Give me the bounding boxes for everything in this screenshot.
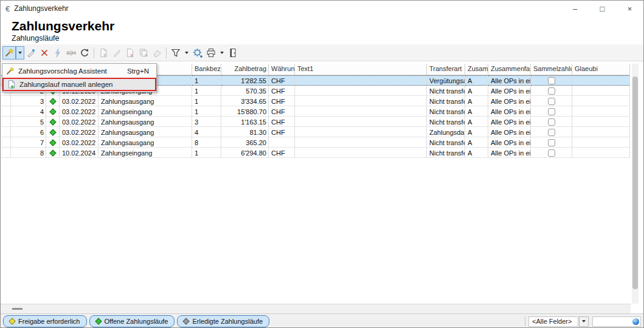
print-dropdown-button[interactable] bbox=[218, 46, 226, 60]
edit-button[interactable] bbox=[24, 46, 38, 60]
titlebar: € Zahlungsverkehr – □ × bbox=[1, 1, 643, 16]
cell-zahlbetrag: 1'163.15 bbox=[221, 117, 269, 127]
magic-wand-icon bbox=[4, 47, 15, 58]
cell-zusammenfassung: Alle OPs in einer Zah bbox=[488, 75, 531, 86]
toolbar: S|H bbox=[1, 44, 643, 61]
menu-item-zahlungsvorschlag-assistent[interactable]: Zahlungsvorschlag Assistent Strg+N bbox=[2, 64, 156, 78]
cell-glaeubi bbox=[572, 137, 630, 148]
column-header-zusammenfa[interactable]: Zusammenfa bbox=[465, 64, 488, 75]
column-header-bankbezug[interactable]: Bankbezug bbox=[192, 64, 221, 75]
table-row[interactable]: 703.02.2022Zahlungsausgang8365.20Nicht t… bbox=[1, 137, 630, 148]
cell-zusammenfa: A bbox=[465, 137, 488, 148]
sammelzahlung-checkbox[interactable] bbox=[548, 129, 555, 136]
settings-button[interactable] bbox=[191, 46, 204, 60]
cell-status bbox=[46, 127, 60, 137]
cell-text1 bbox=[295, 106, 427, 117]
minimize-button[interactable]: – bbox=[561, 1, 589, 16]
cell-zusammenfa: A bbox=[465, 86, 488, 96]
cell-art: Zahlungsausgang bbox=[99, 96, 192, 106]
field-selector-combobox[interactable]: <Alle Felder> bbox=[528, 316, 578, 327]
exit-button[interactable] bbox=[226, 46, 240, 60]
table-row[interactable]: 810.02.2024Zahlungseingang16'294.80CHFNi… bbox=[1, 148, 630, 158]
vertical-scrollbar[interactable] bbox=[632, 64, 639, 304]
menu-item-zahlungslauf-manuell-anlegen[interactable]: Zahlungslauf manuell anlegen bbox=[2, 78, 156, 91]
table-row[interactable]: 303.02.2022Zahlungsausgang13'334.65CHFNi… bbox=[1, 96, 630, 106]
cell-bankbezug: 1 bbox=[192, 148, 221, 158]
sammelzahlung-checkbox[interactable] bbox=[548, 87, 555, 95]
status-diamond-icon bbox=[49, 139, 56, 146]
column-header-sammelzahlung[interactable]: SammelzahlungMuss bbox=[531, 64, 572, 75]
print-button[interactable] bbox=[204, 46, 218, 60]
status-diamond-icon bbox=[49, 129, 56, 135]
column-header-zahlbetrag[interactable]: Zahlbetrag bbox=[221, 64, 269, 75]
cell-art: Zahlungsausgang bbox=[99, 127, 192, 137]
cell-zahlbetrag: 570.35 bbox=[221, 86, 269, 96]
cell-datum: 03.02.2022 bbox=[60, 106, 99, 117]
cell-zahlbetrag: 15'880.70 bbox=[221, 106, 269, 117]
cell-waehrung: CHF bbox=[269, 75, 295, 86]
vertical-scrollbar-thumb[interactable] bbox=[632, 77, 638, 289]
column-header-zusammenfassung[interactable]: Zusammenfassung bbox=[488, 64, 531, 75]
horizontal-scrollbar[interactable] bbox=[1, 304, 631, 313]
cell-glaeubi bbox=[572, 148, 630, 158]
magic-wand-dropdown-button[interactable] bbox=[16, 46, 24, 60]
cell-sel bbox=[1, 148, 11, 158]
column-header-transferart[interactable]: Transferart bbox=[427, 64, 465, 75]
cell-zahlbetrag: 3'334.65 bbox=[221, 96, 269, 106]
sammelzahlung-checkbox[interactable] bbox=[548, 149, 555, 157]
cell-datum: 03.02.2022 bbox=[60, 137, 99, 148]
refresh-button[interactable] bbox=[78, 46, 91, 60]
table-row[interactable]: 603.02.2022Zahlungsausgang481.30CHFZahlu… bbox=[1, 127, 630, 137]
edit-document-button bbox=[110, 46, 123, 60]
column-header-glaeubi[interactable]: Glaeubi bbox=[572, 64, 630, 75]
quick-search-input[interactable] bbox=[593, 317, 632, 326]
status-diamond-icon bbox=[49, 108, 56, 115]
edit-document-icon bbox=[111, 47, 122, 58]
exit-door-icon bbox=[227, 47, 238, 58]
yellow-diamond-icon bbox=[9, 318, 15, 324]
new-document-icon bbox=[4, 80, 19, 89]
close-button[interactable]: × bbox=[616, 1, 643, 16]
sammelzahlung-checkbox[interactable] bbox=[548, 77, 555, 84]
horizontal-scrollbar-thumb[interactable] bbox=[12, 308, 23, 310]
column-header-waehrung[interactable]: Währung bbox=[269, 64, 295, 75]
cell-art: Zahlungseingang bbox=[99, 148, 192, 158]
cell-waehrung: CHF bbox=[269, 96, 295, 106]
toolbar-dropdown-menu: Zahlungsvorschlag Assistent Strg+N Zahlu… bbox=[2, 63, 157, 92]
cell-transferart: Nicht transfer bbox=[427, 86, 465, 96]
page-title: Zahlungsverkehr bbox=[12, 19, 114, 33]
cell-sammelzahlung bbox=[531, 75, 572, 86]
table-row[interactable]: 503.02.2022Zahlungsausgang31'163.15CHFNi… bbox=[1, 117, 630, 127]
sammelzahlung-checkbox[interactable] bbox=[548, 108, 555, 115]
window-controls: – □ × bbox=[561, 1, 643, 16]
cell-sel bbox=[1, 117, 11, 127]
cell-sammelzahlung bbox=[531, 86, 572, 96]
filter-button[interactable] bbox=[169, 46, 182, 60]
sammelzahlung-checkbox[interactable] bbox=[548, 139, 555, 146]
gray-diamond-icon bbox=[183, 318, 190, 324]
cell-zusammenfa: A bbox=[465, 96, 488, 106]
magic-wand-button[interactable] bbox=[2, 46, 16, 60]
filter-funnel-icon bbox=[170, 47, 181, 58]
field-selector-dropdown-button[interactable] bbox=[579, 316, 589, 327]
cell-art: Zahlungseingang bbox=[99, 106, 192, 117]
tab-offene-zahlungslaeufe[interactable]: Offene Zahlungsläufe bbox=[89, 315, 175, 327]
tab-erledigte-zahlungslaeufe[interactable]: Erledigte Zahlungsläufe bbox=[177, 315, 269, 327]
column-header-text1[interactable]: Text1 bbox=[295, 64, 427, 75]
cell-waehrung: CHF bbox=[269, 117, 295, 127]
cell-sel bbox=[1, 127, 11, 137]
delete-button[interactable] bbox=[38, 46, 51, 60]
sammelzahlung-checkbox[interactable] bbox=[548, 98, 555, 105]
cell-bankbezug: 1 bbox=[192, 86, 221, 96]
cell-transferart: Nicht transfer bbox=[427, 117, 465, 127]
cell-status bbox=[46, 137, 60, 148]
filter-dropdown-button[interactable] bbox=[182, 46, 191, 60]
duplicate-document-icon bbox=[138, 47, 149, 58]
maximize-button[interactable]: □ bbox=[589, 1, 616, 16]
tab-freigabe-erforderlich[interactable]: Freigabe erforderlich bbox=[3, 315, 87, 327]
statusbar-separator bbox=[525, 316, 525, 326]
cell-text1 bbox=[295, 75, 427, 86]
menu-item-label: Zahlungslauf manuell anlegen bbox=[19, 81, 148, 88]
table-row[interactable]: 403.02.2022Zahlungseingang115'880.70CHFN… bbox=[1, 106, 630, 117]
sammelzahlung-checkbox[interactable] bbox=[548, 118, 555, 126]
